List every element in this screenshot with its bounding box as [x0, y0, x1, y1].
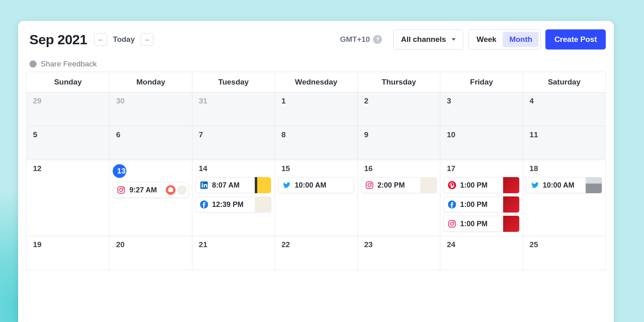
calendar-cell[interactable]: 171:00 PM1:00 PM1:00 PM [440, 160, 522, 236]
day-number: 15 [278, 164, 354, 173]
calendar-cell[interactable]: 22 [275, 236, 357, 270]
svg-point-2 [123, 188, 124, 189]
chevron-down-icon [452, 38, 456, 41]
day-number: 7 [196, 130, 271, 139]
calendar-cell[interactable]: 23 [357, 236, 440, 270]
post-thumbnail [177, 185, 187, 195]
view-week-button[interactable]: Week [470, 32, 503, 47]
svg-point-13 [450, 222, 454, 225]
calendar-cell[interactable]: 3 [440, 92, 522, 126]
post-time: 2:00 PM [378, 181, 420, 190]
post-time: 1:00 PM [460, 200, 503, 209]
day-of-week-label: Friday [440, 72, 522, 92]
day-number: 11 [526, 130, 602, 139]
calendar-cell[interactable]: 25 [523, 236, 605, 270]
calendar-cell[interactable]: 30 [109, 92, 192, 126]
scheduled-post[interactable]: 2:00 PM [361, 177, 437, 193]
calendar-cell[interactable]: 1810:00 AM [523, 160, 605, 236]
day-number: 20 [113, 240, 188, 249]
day-of-week-label: Tuesday [192, 72, 275, 92]
twitter-icon [530, 180, 540, 190]
next-month-button[interactable]: → [140, 33, 153, 46]
calendar-cell[interactable]: 5 [27, 126, 109, 160]
day-of-week-label: Wednesday [275, 72, 357, 92]
day-number: 22 [278, 240, 354, 249]
linkedin-icon [199, 180, 209, 190]
create-post-button[interactable]: Create Post [545, 29, 606, 50]
calendar-cell[interactable]: 21 [192, 236, 275, 270]
svg-point-14 [454, 221, 455, 223]
calendar-cell[interactable]: 1 [275, 92, 357, 126]
day-number: 31 [196, 97, 271, 105]
day-number: 2 [361, 97, 437, 105]
arrow-left-icon: ← [98, 36, 104, 43]
calendar-cell[interactable]: 10 [440, 126, 522, 160]
day-of-week-header: SundayMondayTuesdayWednesdayThursdayFrid… [27, 72, 605, 92]
post-time: 12:39 PM [212, 200, 255, 209]
day-number: 25 [526, 240, 602, 249]
calendar-cell[interactable]: 139:27 AM [109, 160, 192, 236]
post-time: 9:27 AM [129, 186, 165, 194]
calendar-cell[interactable]: 12 [27, 160, 109, 236]
calendar-cell[interactable]: 4 [523, 92, 605, 126]
day-of-week-label: Thursday [357, 72, 440, 92]
scheduled-post[interactable]: 12:39 PM [196, 196, 271, 213]
svg-rect-0 [118, 187, 125, 194]
calendar-cell[interactable]: 9 [357, 126, 440, 160]
day-number: 21 [196, 240, 271, 249]
today-button[interactable]: Today [113, 35, 135, 44]
calendar-cell[interactable]: 11 [523, 126, 605, 160]
instagram-icon [447, 219, 457, 229]
post-time: 10:00 AM [543, 181, 586, 190]
calendar-cell[interactable]: 8 [275, 126, 357, 160]
arrow-right-icon: → [144, 36, 150, 43]
channels-dropdown[interactable]: All channels [393, 29, 463, 50]
day-number: 19 [30, 240, 106, 249]
calendar-cell[interactable]: 20 [109, 236, 192, 270]
help-icon[interactable]: ? [373, 35, 382, 44]
calendar-grid: 293031123456789101112139:27 AM148:07 AM1… [27, 92, 605, 270]
scheduled-post[interactable]: 10:00 AM [526, 177, 602, 193]
channels-label: All channels [401, 35, 446, 44]
post-thumbnail [255, 196, 271, 213]
calendar-cell[interactable]: 162:00 PM [357, 160, 440, 236]
post-time: 1:00 PM [460, 220, 503, 228]
facebook-icon [199, 200, 209, 209]
calendar-cell[interactable]: 1510:00 AM [275, 160, 357, 236]
calendar-cell[interactable]: 19 [27, 236, 109, 270]
day-number: 24 [444, 240, 519, 249]
header: Sep 2021 ← Today → GMT+10 ? All channels… [26, 29, 606, 50]
svg-rect-7 [366, 182, 373, 189]
day-number: 29 [30, 97, 106, 105]
day-number: 8 [278, 130, 354, 139]
calendar-cell[interactable]: 31 [192, 92, 275, 126]
calendar-cell[interactable]: 29 [27, 92, 109, 126]
view-month-button[interactable]: Month [503, 32, 539, 47]
chat-icon [29, 60, 37, 68]
facebook-icon [447, 200, 457, 209]
scheduled-post[interactable]: 1:00 PM [444, 177, 519, 193]
calendar-cell[interactable]: 6 [109, 126, 192, 160]
share-feedback-link[interactable]: Share Feedback [29, 60, 606, 68]
svg-point-9 [371, 183, 372, 184]
scheduled-post[interactable]: 10:00 AM [278, 177, 354, 193]
day-number: 1 [278, 97, 354, 105]
day-number: 18 [526, 164, 602, 173]
post-thumbnail [503, 216, 519, 232]
day-number: 16 [361, 164, 437, 173]
day-number-today: 13 [113, 164, 126, 178]
instagram-icon [116, 185, 126, 195]
calendar-cell[interactable]: 2 [357, 92, 440, 126]
scheduled-post[interactable]: 8:07 AM [196, 177, 271, 193]
day-number: 4 [526, 97, 602, 105]
scheduled-post[interactable]: 9:27 AM [113, 182, 188, 198]
calendar-cell[interactable]: 7 [192, 126, 275, 160]
prev-month-button[interactable]: ← [94, 33, 107, 46]
svg-point-5 [202, 182, 203, 184]
calendar-cell[interactable]: 148:07 AM12:39 PM [192, 160, 275, 236]
scheduled-post[interactable]: 1:00 PM [444, 196, 519, 213]
svg-rect-4 [202, 184, 203, 188]
month-title: Sep 2021 [29, 32, 87, 47]
calendar-cell[interactable]: 24 [440, 236, 522, 270]
scheduled-post[interactable]: 1:00 PM [444, 216, 519, 232]
